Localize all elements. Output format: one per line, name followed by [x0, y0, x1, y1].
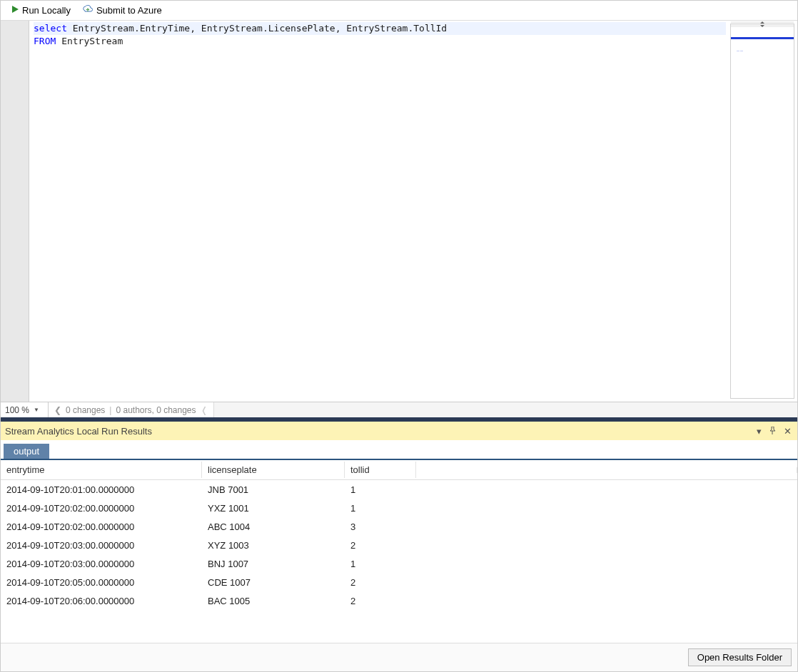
split-handle-icon[interactable]	[731, 21, 794, 27]
changes-indicator[interactable]: ❮ 0 changes | 0 authors, 0 changes ❬	[49, 402, 214, 417]
cell-licenseplate: XYZ 1003	[202, 538, 345, 553]
cloud-upload-icon	[82, 5, 94, 16]
table-row[interactable]: 2014-09-10T20:01:00.0000000JNB 70011	[1, 480, 797, 499]
cell-licenseplate: CDE 1007	[202, 575, 345, 590]
col-header-tollid[interactable]: tollid	[345, 462, 416, 478]
table-row[interactable]: 2014-09-10T20:03:00.0000000XYZ 10032	[1, 536, 797, 554]
col-header-spacer	[416, 467, 797, 473]
minimap-preview: ——	[737, 49, 744, 52]
grid-body[interactable]: 2014-09-10T20:01:00.0000000JNB 700112014…	[1, 480, 797, 643]
results-panel-header: Stream Analytics Local Run Results ▾ ✕	[1, 422, 797, 440]
zoom-value: 100 %	[5, 405, 34, 415]
cell-tollid: 3	[345, 519, 416, 534]
cell-spacer	[416, 599, 797, 603]
cell-entrytime: 2014-09-10T20:05:00.0000000	[1, 575, 202, 590]
open-results-folder-button[interactable]: Open Results Folder	[688, 648, 792, 666]
cell-spacer	[416, 580, 797, 584]
code-text: EntryStream.EntryTime, EntryStream.Licen…	[67, 23, 447, 34]
svg-marker-0	[12, 6, 19, 13]
cell-licenseplate: JNB 7001	[202, 482, 345, 497]
tab-output[interactable]: output	[4, 444, 49, 459]
toolbar: Run Locally Submit to Azure	[1, 1, 797, 21]
cell-tollid: 2	[345, 538, 416, 553]
cell-tollid: 2	[345, 594, 416, 609]
table-row[interactable]: 2014-09-10T20:02:00.0000000ABC 10043	[1, 517, 797, 536]
app-root: Run Locally Submit to Azure select Entry…	[0, 0, 798, 672]
cell-tollid: 2	[345, 575, 416, 590]
pin-icon[interactable]	[767, 426, 778, 437]
chevron-right-icon: ❬	[201, 405, 208, 415]
grid-header-row: entrytime licenseplate tollid	[1, 460, 797, 480]
table-row[interactable]: 2014-09-10T20:02:00.0000000YXZ 10011	[1, 499, 797, 517]
cell-spacer	[416, 543, 797, 547]
changes-count: 0 changes	[66, 405, 105, 415]
code-text: EntryStream	[56, 36, 123, 46]
cell-spacer	[416, 506, 797, 510]
cell-entrytime: 2014-09-10T20:03:00.0000000	[1, 538, 202, 553]
cell-licenseplate: BAC 1005	[202, 594, 345, 609]
run-locally-button[interactable]: Run Locally	[6, 4, 75, 17]
code-editor[interactable]: select EntryStream.EntryTime, EntryStrea…	[1, 21, 797, 402]
authors-count: 0 authors, 0 changes	[116, 405, 196, 415]
cell-entrytime: 2014-09-10T20:02:00.0000000	[1, 501, 202, 516]
cell-spacer	[416, 524, 797, 529]
run-locally-label: Run Locally	[22, 5, 71, 16]
submit-azure-label: Submit to Azure	[96, 5, 162, 16]
minimap-viewport[interactable]	[731, 37, 794, 40]
submit-azure-button[interactable]: Submit to Azure	[78, 4, 166, 17]
cell-entrytime: 2014-09-10T20:03:00.0000000	[1, 556, 202, 571]
col-header-entrytime[interactable]: entrytime	[1, 462, 202, 478]
table-row[interactable]: 2014-09-10T20:05:00.0000000CDE 10072	[1, 573, 797, 591]
results-tabstrip: output	[1, 440, 797, 460]
chevron-left-icon: ❮	[54, 405, 61, 415]
col-header-licenseplate[interactable]: licenseplate	[202, 462, 345, 478]
play-icon	[11, 5, 19, 16]
cell-spacer	[416, 487, 797, 492]
close-icon[interactable]: ✕	[782, 426, 793, 437]
code-area[interactable]: select EntryStream.EntryTime, EntryStrea…	[29, 21, 730, 402]
zoom-dropdown[interactable]: 100 % ▼	[1, 402, 49, 417]
cell-tollid: 1	[345, 556, 416, 571]
cell-licenseplate: ABC 1004	[202, 519, 345, 534]
editor-gutter	[1, 21, 29, 402]
results-panel-title: Stream Analytics Local Run Results	[5, 426, 152, 437]
cell-spacer	[416, 561, 797, 566]
editor-statusbar: 100 % ▼ ❮ 0 changes | 0 authors, 0 chang…	[1, 402, 797, 417]
table-row[interactable]: 2014-09-10T20:06:00.0000000BAC 10052	[1, 591, 797, 610]
keyword-from: FROM	[34, 36, 56, 46]
cell-tollid: 1	[345, 501, 416, 516]
minimap[interactable]: ——	[730, 24, 794, 399]
table-row[interactable]: 2014-09-10T20:03:00.0000000BNJ 10071	[1, 554, 797, 573]
keyword-select: select	[34, 23, 67, 34]
cell-entrytime: 2014-09-10T20:01:00.0000000	[1, 482, 202, 497]
cell-entrytime: 2014-09-10T20:02:00.0000000	[1, 519, 202, 534]
separator: |	[109, 405, 111, 415]
cell-licenseplate: BNJ 1007	[202, 556, 345, 571]
chevron-down-icon: ▼	[34, 407, 44, 413]
cell-entrytime: 2014-09-10T20:06:00.0000000	[1, 594, 202, 609]
results-footer: Open Results Folder	[1, 643, 797, 671]
dropdown-icon[interactable]: ▾	[755, 426, 763, 437]
results-grid: entrytime licenseplate tollid 2014-09-10…	[1, 460, 797, 643]
cell-tollid: 1	[345, 482, 416, 497]
cell-licenseplate: YXZ 1001	[202, 501, 345, 516]
